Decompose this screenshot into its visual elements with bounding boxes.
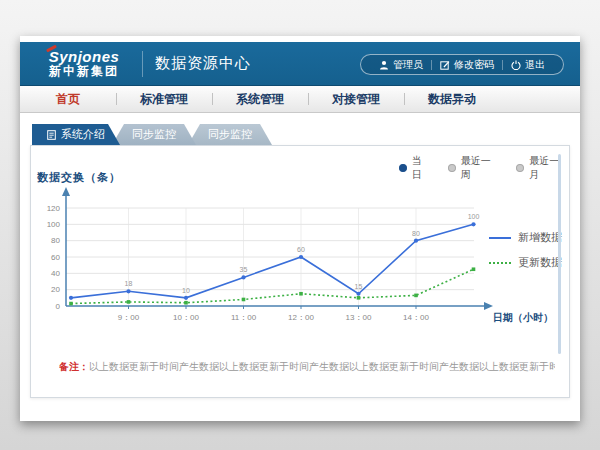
svg-text:13：00: 13：00 (346, 313, 372, 322)
document-icon (47, 130, 56, 140)
nav-item-system[interactable]: 系统管理 (212, 86, 308, 112)
radio-icon (448, 164, 456, 172)
tab-system-intro[interactable]: 系统介绍 (32, 124, 120, 145)
svg-text:0: 0 (56, 302, 61, 311)
nav-item-integration[interactable]: 对接管理 (308, 86, 404, 112)
svg-text:日期（小时）: 日期（小时） (493, 312, 553, 323)
radio-selected-icon (399, 164, 407, 172)
svg-text:100: 100 (47, 220, 61, 229)
app-header: Synjones 新中新集团 数据资源中心 管理员 (20, 42, 580, 86)
svg-text:60: 60 (51, 253, 60, 262)
svg-text:35: 35 (240, 266, 248, 273)
footnote: 备注：以上数据更新于时间产生数据以上数据更新于时间产生数据以上数据更新于时间产生… (59, 360, 555, 374)
logout-label: 退出 (525, 58, 545, 72)
logout-button[interactable]: 退出 (503, 58, 553, 72)
chart-area: 0204060801001209：0010：0011：0012：0013：001… (41, 180, 561, 330)
chart-legend: 新增数据 更新数据 (489, 230, 562, 270)
filter-last-month[interactable]: 最近一月 (516, 154, 569, 182)
svg-text:100: 100 (468, 213, 480, 220)
line-chart: 0204060801001209：0010：0011：0012：0013：001… (41, 180, 561, 330)
synjones-logo: Synjones 新中新集团 (38, 49, 130, 78)
svg-text:40: 40 (51, 269, 60, 278)
svg-text:15: 15 (355, 283, 363, 290)
svg-text:10: 10 (182, 287, 190, 294)
svg-text:120: 120 (47, 204, 61, 213)
tab-bar: 系统介绍 同步监控 同步监控 (32, 124, 272, 145)
user-toolbar: 管理员 修改密码 退出 (360, 54, 564, 75)
legend-line-dotted (489, 262, 511, 264)
svg-text:14：00: 14：00 (403, 313, 429, 322)
page-title: 数据资源中心 (155, 54, 251, 73)
change-password-label: 修改密码 (454, 58, 494, 72)
desktop-background: Synjones 新中新集团 数据资源中心 管理员 (0, 0, 600, 450)
edit-icon (440, 60, 450, 70)
svg-text:80: 80 (51, 236, 60, 245)
nav-item-home[interactable]: 首页 (20, 86, 116, 112)
change-password-button[interactable]: 修改密码 (432, 58, 502, 72)
nav-item-standards[interactable]: 标准管理 (116, 86, 212, 112)
nav-item-data-changes[interactable]: 数据异动 (404, 86, 500, 112)
filter-label: 最近一周 (461, 154, 501, 182)
main-nav: 首页 标准管理 系统管理 对接管理 数据异动 (20, 86, 580, 113)
time-range-filters: 当日 最近一周 最近一月 (399, 154, 569, 182)
svg-text:20: 20 (51, 285, 60, 294)
user-icon (379, 60, 389, 70)
legend-entry-new-data: 新增数据 (489, 230, 562, 245)
svg-text:12：00: 12：00 (288, 313, 314, 322)
legend-entry-update-data: 更新数据 (489, 255, 562, 270)
filter-label: 当日 (412, 154, 432, 182)
legend-line-solid (489, 237, 511, 239)
user-account-button[interactable]: 管理员 (371, 58, 431, 72)
app-window: Synjones 新中新集团 数据资源中心 管理员 (20, 36, 580, 421)
tab-label: 系统介绍 (61, 124, 105, 145)
radio-icon (516, 164, 524, 172)
filter-today[interactable]: 当日 (399, 154, 432, 182)
svg-text:10：00: 10：00 (173, 313, 199, 322)
logo-brand: Synjones (38, 49, 130, 64)
filter-last-week[interactable]: 最近一周 (448, 154, 501, 182)
svg-text:80: 80 (412, 230, 420, 237)
logo-company: 新中新集团 (38, 64, 130, 78)
header-divider (142, 51, 143, 77)
svg-text:60: 60 (297, 246, 305, 253)
tab-sync-monitor-1[interactable]: 同步监控 (112, 124, 196, 145)
legend-label: 更新数据 (518, 255, 562, 270)
filter-label: 最近一月 (529, 154, 569, 182)
user-name: 管理员 (393, 58, 423, 72)
legend-label: 新增数据 (518, 230, 562, 245)
chart-panel: 当日 最近一周 最近一月 数据交换（条） 0204060801001209：00… (30, 145, 570, 398)
footnote-text: 以上数据更新于时间产生数据以上数据更新于时间产生数据以上数据更新于时间产生数据以… (89, 361, 555, 372)
footnote-label: 备注： (59, 361, 89, 372)
svg-text:9：00: 9：00 (118, 313, 140, 322)
scrollbar[interactable] (558, 154, 561, 354)
tab-sync-monitor-2[interactable]: 同步监控 (188, 124, 272, 145)
svg-text:11：00: 11：00 (231, 313, 257, 322)
svg-text:18: 18 (125, 280, 133, 287)
power-icon (511, 60, 521, 70)
